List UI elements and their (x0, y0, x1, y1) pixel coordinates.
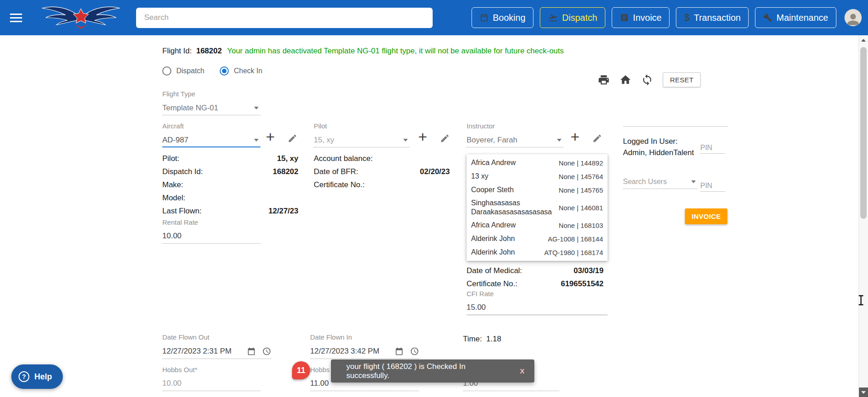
search-input[interactable] (136, 8, 433, 28)
nav-transaction-label: Transaction (694, 13, 741, 23)
radio-option-checkin[interactable]: Check In (220, 66, 262, 76)
flight-time: Time: 1.18 (463, 335, 501, 344)
action-toolbar: RESET (598, 72, 701, 87)
radio-label-checkin: Check In (234, 67, 262, 75)
radio-option-dispatch[interactable]: Dispatch (162, 66, 204, 76)
pin-input-2[interactable] (700, 180, 725, 192)
user-avatar[interactable] (844, 9, 862, 26)
nav-maintenance-button[interactable]: Maintenance (755, 7, 836, 28)
instructor-select[interactable]: Boyerer, Farah (467, 133, 563, 147)
flight-type-select[interactable]: Template NG-01 (162, 101, 260, 115)
aircraft-select[interactable]: AD-987 (162, 133, 260, 147)
detail-row: Date of Medical:03/03/19 (467, 266, 604, 279)
logged-in-value: Admin, HiddenTalent (623, 147, 694, 158)
clock-icon[interactable] (262, 347, 271, 356)
pilot-label: Pilot (314, 122, 327, 130)
scrollbar-thumb[interactable] (860, 47, 867, 219)
clock-icon[interactable] (410, 347, 419, 356)
edit-pilot-icon[interactable] (440, 133, 450, 145)
print-icon[interactable] (598, 74, 610, 86)
mouse-cursor (858, 295, 864, 307)
pilot-select[interactable]: 15, xy (314, 133, 410, 147)
detail-value: 02/20/23 (420, 167, 450, 176)
chevron-down-icon (254, 107, 259, 109)
nav-invoice-button[interactable]: Invoice (612, 7, 670, 28)
main-nav: Booking Dispatch Invoice $ Transaction M… (472, 7, 836, 28)
add-aircraft-button[interactable]: + (266, 130, 275, 143)
date-flown-in-input[interactable]: 12/27/2023 3:42 PM (310, 344, 419, 359)
instructor-option[interactable]: Alderink JohnATQ-1980 | 168174 (467, 246, 608, 259)
date-flown-out-label: Date Flown Out (162, 333, 209, 341)
time-label: Time: (463, 335, 482, 343)
add-pilot-button[interactable]: + (418, 130, 427, 143)
instructor-option[interactable]: 13 xyNone | 145764 (467, 170, 608, 183)
reset-button[interactable]: RESET (663, 72, 701, 87)
hobbs-out-value: 10.00 (162, 379, 182, 388)
instructor-option[interactable]: Africa AndrewNone | 168103 (467, 218, 608, 232)
detail-row: Last Flown:12/27/23 (162, 207, 298, 220)
flight-id-value: 168202 (196, 47, 222, 55)
detail-row: Pilot:15, xy (162, 154, 298, 167)
detail-row: Model: (162, 194, 298, 207)
add-instructor-button[interactable]: + (571, 130, 580, 143)
flight-banner: Flight Id: 168202 Your admin has deactiv… (162, 47, 564, 56)
pilot-details: Account balance: Date of BFR:02/20/23 Ce… (314, 154, 450, 194)
chevron-down-icon (254, 139, 259, 142)
instructor-option[interactable]: Singhasasasas DaraakasasasasasasasaNone … (467, 197, 608, 218)
instructor-option[interactable]: Africa AndrewNone | 144892 (467, 156, 608, 170)
radio-circle-dispatch[interactable] (162, 66, 171, 76)
scrollbar-up-button[interactable] (859, 35, 868, 45)
deactivation-message: Your admin has deactivated Template NG-0… (227, 47, 564, 55)
search-users-select[interactable]: Search Users (623, 175, 698, 189)
detail-label: Date of BFR: (314, 167, 358, 176)
instructor-option-detail: None | 145765 (559, 186, 603, 194)
vertical-scrollbar (859, 35, 868, 397)
edit-aircraft-icon[interactable] (288, 133, 297, 145)
calendar-icon[interactable] (395, 347, 404, 356)
date-flown-out-value: 12/27/2023 2:31 PM (162, 347, 247, 356)
rental-rate-input[interactable]: 10.00 (162, 229, 260, 244)
nav-transaction-button[interactable]: $ Transaction (676, 7, 749, 28)
date-flown-in-value: 12/27/2023 3:42 PM (310, 347, 395, 356)
instructor-option[interactable]: Cooper StethNone | 145765 (467, 183, 608, 197)
help-label: Help (34, 372, 52, 382)
nav-dispatch-button[interactable]: Dispatch (540, 7, 605, 28)
toast-close-button[interactable]: X (506, 367, 524, 375)
hobbs-in-value: 11.00 (310, 379, 329, 388)
flight-takeoff-icon (548, 13, 558, 23)
logged-in-user: Logged In User: Admin, HiddenTalent (623, 136, 694, 158)
instructor-option[interactable]: Alderink JohnAG-1008 | 168144 (467, 232, 608, 246)
help-button[interactable]: ? Help (11, 364, 63, 389)
detail-row: Date of BFR:02/20/23 (314, 167, 450, 180)
invoice-button[interactable]: INVOICE (685, 208, 727, 224)
top-navbar: Booking Dispatch Invoice $ Transaction M… (0, 0, 868, 35)
hobbs-out-input[interactable]: 10.00 (162, 376, 260, 391)
cfi-rate-value: 15.00 (467, 303, 486, 312)
aircraft-value: AD-987 (162, 136, 189, 145)
wrench-icon (763, 13, 772, 22)
nav-booking-button[interactable]: Booking (472, 7, 533, 28)
time-value: 1.18 (486, 335, 501, 343)
detail-label: Model: (162, 194, 185, 203)
receipt-icon (620, 13, 629, 22)
pin-input-1[interactable] (700, 142, 725, 154)
detail-label: Last Flown: (162, 207, 202, 216)
menu-icon[interactable] (10, 14, 22, 22)
user-panel-divider (623, 126, 728, 127)
detail-label: Make: (162, 180, 183, 189)
calendar-icon[interactable] (247, 347, 256, 356)
rental-rate-value: 10.00 (162, 232, 182, 241)
radio-circle-checkin[interactable] (220, 66, 229, 76)
date-flown-out-input[interactable]: 12/27/2023 2:31 PM (162, 344, 271, 359)
edit-instructor-icon[interactable] (592, 133, 602, 145)
flight-id-label: Flight Id: (162, 47, 192, 55)
refresh-icon[interactable] (641, 74, 653, 86)
nav-dispatch-label: Dispatch (562, 13, 597, 23)
home-icon[interactable] (619, 74, 632, 86)
scrollbar-down-button[interactable] (859, 388, 868, 397)
cfi-rate-input[interactable]: 15.00 (467, 300, 608, 315)
instructor-option-name: Africa Andrew (471, 221, 554, 230)
chevron-down-icon (557, 139, 561, 142)
nav-booking-label: Booking (493, 13, 525, 23)
chevron-down-icon (403, 139, 408, 142)
